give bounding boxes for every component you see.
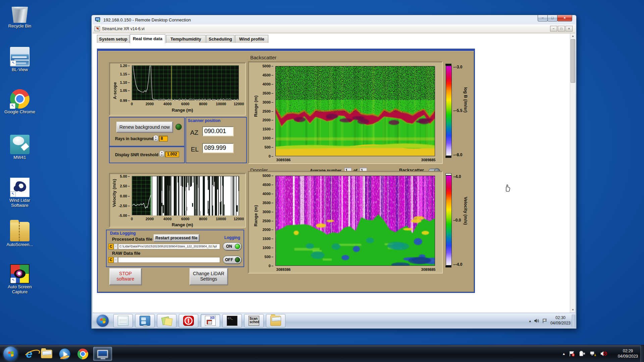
rdp-titlebar[interactable]: 192.168.0.150 - Remote Desktop Connectio… bbox=[92, 15, 576, 24]
a-scope-ytick: 0.99 bbox=[118, 99, 130, 103]
desktop-icon-bl-view[interactable]: BL-View bbox=[1, 47, 38, 72]
remote-start-button[interactable] bbox=[97, 315, 109, 327]
remote-clock[interactable]: 02:3004/09/2023 bbox=[550, 315, 571, 326]
processed-drive-letter[interactable]: C bbox=[108, 244, 114, 249]
remote-desktop-view: StreamLine XR v14-6.vi − □ × System setu… bbox=[93, 24, 575, 328]
sticky-notes-icon bbox=[161, 316, 172, 326]
remote-volume-icon[interactable] bbox=[534, 318, 539, 323]
host-start-button[interactable] bbox=[3, 347, 18, 361]
rdp-close-button[interactable]: × bbox=[557, 15, 572, 21]
change-lidar-settings-button[interactable]: Change LiDARSettings bbox=[190, 268, 228, 285]
app-minimize-button[interactable]: − bbox=[550, 26, 557, 32]
host-taskbar-item-file-explorer[interactable] bbox=[39, 347, 54, 361]
backscatter-frame: Range (m)5000450040003500300025002000150… bbox=[248, 61, 443, 164]
restart-processed-file-button[interactable]: Restart processed file bbox=[154, 234, 199, 242]
stop-red-icon bbox=[183, 316, 194, 326]
doppler-plot-area[interactable] bbox=[275, 176, 435, 266]
scrollbar-thumb[interactable] bbox=[571, 39, 575, 83]
raw-path-field[interactable] bbox=[118, 257, 220, 263]
snr-spinner[interactable]: ▲▼ bbox=[159, 150, 164, 157]
app-close-button[interactable]: × bbox=[566, 26, 573, 32]
rdp-maximize-button[interactable]: □ bbox=[547, 15, 557, 21]
rays-spinner[interactable]: ▲▼ bbox=[153, 135, 158, 141]
backscatter-xright: 3089885 bbox=[421, 158, 436, 162]
backscatter-plot-area[interactable] bbox=[275, 66, 435, 156]
stop-software-button[interactable]: STOPsoftware bbox=[109, 268, 142, 285]
windows-flag-icon bbox=[8, 351, 13, 356]
remote-show-desktop-button[interactable] bbox=[572, 314, 575, 327]
file-explorer-icon bbox=[41, 350, 52, 358]
tab-temp-humidity[interactable]: Temp/humidity bbox=[166, 35, 206, 43]
desktop-icon-auto-screen-capture[interactable]: Auto Screen Capture bbox=[1, 264, 38, 295]
raw-browse-button[interactable]: ⑂ bbox=[114, 257, 118, 263]
vertical-scrollbar[interactable]: ▲ ▼ bbox=[570, 34, 575, 313]
desktop: { "colors":{"panel_tan":"#b1a078","group… bbox=[0, 0, 644, 362]
host-show-desktop-button[interactable] bbox=[640, 345, 644, 362]
host-taskbar: e▴!02:2904/09/2023 bbox=[0, 345, 644, 362]
scroll-down-arrow[interactable]: ▼ bbox=[571, 307, 575, 313]
remote-taskbar-button-scan-sched[interactable]: Scansched bbox=[244, 314, 264, 327]
host-taskbar-item-google-chrome[interactable] bbox=[75, 347, 91, 361]
renew-background-button[interactable]: Renew background now bbox=[116, 122, 173, 132]
desktop-icon-google-chrome[interactable]: Google Chrome bbox=[1, 89, 38, 115]
recycle-bin-icon bbox=[10, 3, 30, 23]
doppler-ytick: 1500 bbox=[259, 237, 273, 241]
doppler-colorbar-tick: –4.0 bbox=[453, 174, 461, 179]
processed-path-field[interactable]: C:\Lidar\Data\Proc\2023\202309\20230904\… bbox=[118, 244, 220, 249]
tab-system-setup[interactable]: System setup bbox=[97, 35, 129, 43]
desktop-icon-wind-lidar-software[interactable]: Wind Lidar Software bbox=[1, 178, 38, 208]
scroll-up-arrow[interactable]: ▲ bbox=[571, 34, 575, 39]
labview-vi-icon bbox=[95, 26, 100, 31]
raw-drive-letter[interactable]: C bbox=[108, 257, 114, 263]
tab-wind-profile[interactable]: Wind profile bbox=[235, 35, 268, 43]
a-scope-plot-area[interactable] bbox=[132, 65, 239, 100]
el-value: 089.999 bbox=[202, 143, 234, 153]
remote-hidden-icons-button[interactable]: ▴ bbox=[529, 319, 531, 323]
host-clock-date: 04/09/2023 bbox=[618, 354, 638, 359]
desktop-icon-autoscreen-zip[interactable]: AutoScreen... bbox=[1, 222, 38, 247]
desktop-icon-recycle-bin[interactable]: Recycle Bin bbox=[1, 3, 38, 29]
processed-logging-on-toggle[interactable]: ON bbox=[223, 242, 241, 250]
host-network-warning-icon[interactable]: ! bbox=[590, 351, 596, 357]
host-hidden-icons-button[interactable]: ▴ bbox=[563, 351, 565, 356]
desktop-icon-label: BL-View bbox=[1, 67, 38, 72]
rays-value[interactable]: 8 bbox=[159, 136, 168, 141]
remote-desktop-icon bbox=[97, 350, 108, 358]
command-prompt-icon: C:\_ bbox=[227, 316, 237, 326]
backscatter-ytick: 1000 bbox=[259, 136, 273, 140]
remote-taskbar-button-folder[interactable] bbox=[266, 314, 285, 327]
raw-logging-off-toggle[interactable]: OFF bbox=[223, 256, 241, 264]
rdp-minimize-button[interactable]: − bbox=[538, 15, 548, 21]
a-scope-xtick: 12000 bbox=[234, 102, 244, 106]
scanner-position-title: Scanner position bbox=[188, 118, 220, 123]
host-taskbar-item-remote-desktop[interactable] bbox=[93, 347, 112, 361]
a-scope-ytick: 1.05 bbox=[118, 88, 130, 93]
remote-taskbar-button-streamline-xr[interactable]: XR bbox=[201, 314, 220, 327]
tab-real-time-data[interactable]: Real time data bbox=[130, 34, 165, 43]
host-battery-icon[interactable] bbox=[579, 351, 586, 357]
backscatter-ytick: 4000 bbox=[259, 82, 273, 86]
processed-browse-button[interactable]: ⑂ bbox=[114, 244, 118, 249]
remote-taskbar-button-sticky-notes[interactable] bbox=[157, 314, 176, 327]
remote-taskbar-button-stop-red[interactable] bbox=[179, 314, 198, 327]
desktop-icon-mw41[interactable]: MW41 bbox=[1, 135, 38, 160]
remote-taskbar-button-display-settings[interactable] bbox=[135, 314, 155, 327]
snr-value[interactable]: 1.002 bbox=[165, 152, 179, 157]
host-action-center-flag-icon[interactable] bbox=[569, 351, 575, 357]
doppler-colorbar-tick: –-4.0 bbox=[453, 262, 462, 267]
doppler-ytick: 0 bbox=[259, 264, 273, 268]
host-taskbar-item-media-player[interactable] bbox=[57, 347, 72, 361]
host-taskbar-item-internet-explorer[interactable]: e bbox=[21, 347, 37, 361]
app-titlebar[interactable]: StreamLine XR v14-6.vi − □ × bbox=[93, 24, 575, 33]
app-restore-button[interactable]: □ bbox=[558, 26, 565, 32]
remote-taskbar-button-command-prompt[interactable]: C:\_ bbox=[222, 314, 242, 327]
remote-action-center-flag-icon[interactable] bbox=[542, 318, 547, 323]
tab-scheduling[interactable]: Scheduling bbox=[206, 35, 234, 43]
logging-label: Logging bbox=[224, 235, 240, 240]
velocity-xtick: 6000 bbox=[181, 217, 189, 221]
host-volume-muted-icon[interactable] bbox=[600, 351, 607, 357]
remote-tray: ▴02:3004/09/2023 bbox=[529, 313, 571, 328]
host-clock[interactable]: 02:2904/09/2023 bbox=[618, 345, 638, 362]
velocity-plot-area[interactable] bbox=[132, 176, 239, 215]
remote-taskbar-button-notepad[interactable] bbox=[113, 314, 133, 327]
